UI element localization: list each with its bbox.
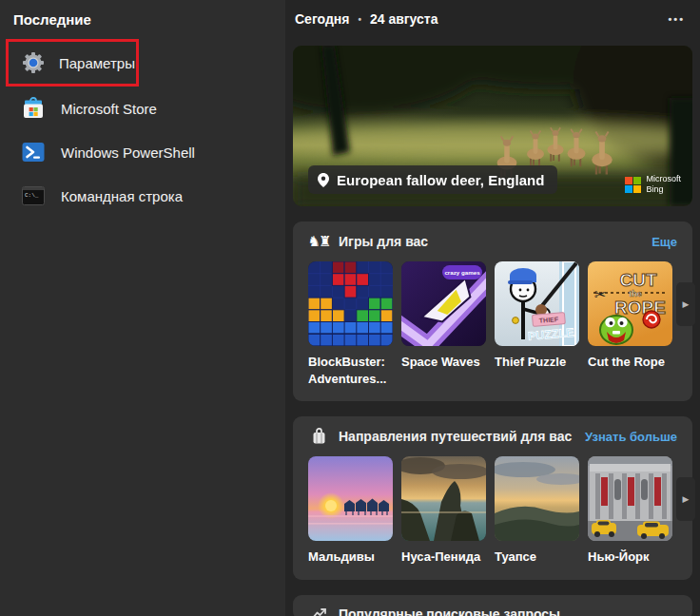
recent-panel-title: Последние — [0, 11, 285, 39]
trending-searches-card: Популярные поисковые запросы — [293, 595, 692, 616]
game-tile-label: BlockBuster: Adventures... — [308, 354, 393, 388]
feed-header-date: 24 августа — [370, 11, 438, 27]
game-tile-art-space-waves: crazy games — [401, 261, 486, 346]
games-tiles: BlockBuster: Adventures... — [308, 261, 677, 388]
travel-tile-new-york[interactable]: Нью-Йорк — [588, 456, 672, 566]
bing-logo-line2: Bing — [646, 184, 681, 195]
travel-tile-tuapse[interactable]: Туапсе — [495, 456, 579, 566]
recent-panel: Последние Параметр — [0, 0, 285, 616]
travel-tile-nusa-penida[interactable]: Нуса-Пенида — [401, 456, 486, 566]
game-tile-label: Space Waves — [401, 354, 486, 371]
recent-item-microsoft-store[interactable]: Microsoft Store — [0, 87, 285, 130]
game-tile-space-waves[interactable]: crazy games Space Waves — [401, 261, 486, 388]
microsoft-bing-logo: Microsoft Bing — [625, 174, 681, 195]
games-card-header: ♞♜ Игры для вас Еще — [308, 233, 677, 250]
scissors-icon: ✂ — [594, 286, 607, 302]
hero-caption-pill[interactable]: European fallow deer, England — [308, 165, 557, 194]
trending-card-header: Популярные поисковые запросы — [308, 606, 677, 616]
travel-card-title: Направления путешествий для вас — [339, 429, 572, 444]
recent-item-command-prompt[interactable]: C:\_ Командная строка — [0, 174, 285, 218]
recent-item-powershell[interactable]: Windows PowerShell — [0, 130, 285, 174]
settings-gear-icon — [21, 50, 46, 75]
terminal-icon-text: C:\_ — [25, 192, 39, 199]
daily-feed-panel: Сегодня • 24 августа ••• — [285, 0, 700, 616]
recent-item-label: Windows PowerShell — [61, 144, 195, 161]
chevron-right-icon: ▶ — [683, 299, 690, 309]
trending-card-title: Популярные поисковые запросы — [339, 606, 560, 616]
games-card-title: Игры для вас — [339, 234, 428, 249]
chess-pieces-icon: ♞♜ — [308, 233, 329, 250]
recent-item-label: Параметры — [59, 55, 135, 71]
powershell-icon — [21, 140, 46, 164]
recent-item-label: Microsoft Store — [61, 101, 157, 117]
hero-caption-text: European fallow deer, England — [337, 172, 544, 188]
games-more-link[interactable]: Еще — [651, 235, 677, 249]
travel-tile-label: Нуса-Пенида — [401, 549, 486, 566]
game-tile-cut-the-rope[interactable]: CUT the ROPE ✂ Cut — [588, 261, 672, 388]
store-icon — [21, 96, 46, 121]
game-tile-art-cut-the-rope: CUT the ROPE ✂ — [588, 261, 672, 346]
games-carousel-next-button[interactable]: ▶ — [676, 282, 695, 326]
travel-tile-label: Мальдивы — [308, 549, 393, 566]
travel-carousel-next-button[interactable]: ▶ — [676, 477, 695, 521]
travel-tile-art-tuapse — [495, 456, 579, 541]
travel-more-link[interactable]: Узнать больше — [585, 430, 677, 444]
recent-item-label: Командная строка — [61, 188, 183, 204]
feed-body: European fallow deer, England Microsoft … — [285, 38, 700, 616]
microsoft-logo-icon — [625, 177, 641, 193]
travel-card: Направления путешествий для вас Узнать б… — [293, 416, 692, 579]
game-tile-blockbuster[interactable]: BlockBuster: Adventures... — [308, 261, 393, 388]
recent-item-settings[interactable]: Параметры — [9, 42, 136, 84]
dot-separator: • — [358, 14, 361, 25]
highlight-box: Параметры — [6, 39, 139, 87]
feed-header-today: Сегодня — [295, 11, 349, 27]
travel-tile-maldives[interactable]: Мальдивы — [308, 456, 393, 566]
suitcase-icon — [308, 428, 329, 445]
bing-logo-line1: Microsoft — [646, 174, 681, 184]
game-tile-art-thief-puzzle: THIEF PUZZLE — [495, 261, 579, 346]
terminal-icon: C:\_ — [21, 183, 46, 208]
hero-image-card[interactable]: European fallow deer, England Microsoft … — [293, 46, 692, 206]
game-tile-label: Thief Puzzle — [495, 354, 579, 371]
travel-tile-label: Туапсе — [495, 549, 579, 566]
game-tile-label: Cut the Rope — [588, 354, 672, 371]
trending-up-icon — [308, 606, 329, 616]
travel-tiles: Мальдивы — [308, 456, 677, 566]
more-options-icon[interactable]: ••• — [668, 13, 685, 25]
travel-tile-art-new-york — [588, 456, 672, 541]
crazy-games-badge: crazy games — [444, 269, 480, 276]
games-card: ♞♜ Игры для вас Еще — [293, 221, 692, 401]
location-pin-icon — [318, 173, 329, 187]
travel-tile-art-maldives — [308, 456, 393, 541]
feed-header: Сегодня • 24 августа ••• — [285, 0, 700, 38]
bing-logo-text: Microsoft Bing — [646, 174, 681, 195]
travel-tile-label: Нью-Йорк — [588, 549, 672, 566]
game-tile-thief-puzzle[interactable]: THIEF PUZZLE Thief Puzzle — [495, 261, 579, 388]
travel-tile-art-nusa-penida — [401, 456, 486, 541]
travel-card-header: Направления путешествий для вас Узнать б… — [308, 428, 677, 445]
game-tile-art-blockbuster — [308, 261, 393, 346]
chevron-right-icon: ▶ — [683, 494, 690, 504]
cut-logo-text: CUT — [619, 270, 656, 290]
